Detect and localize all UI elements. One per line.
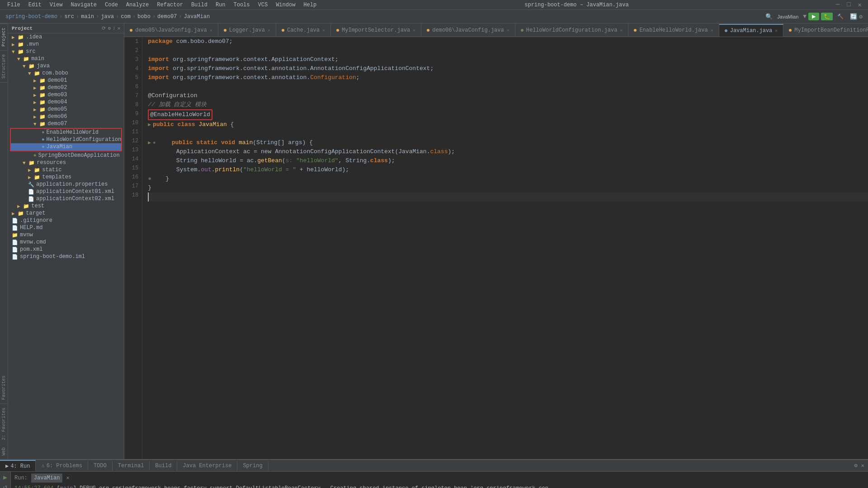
- tree-item-demo05[interactable]: ▶ 📁demo05: [8, 106, 124, 113]
- tree-item-main[interactable]: ▼ 📁main: [8, 55, 124, 62]
- tree-item-gitignore[interactable]: 📄 .gitignore: [8, 217, 124, 224]
- tree-item-demo04[interactable]: ▶ 📁demo04: [8, 99, 124, 106]
- tab-close[interactable]: ✕: [268, 28, 270, 33]
- tree-item-demo07[interactable]: ▼ 📁demo07: [8, 120, 124, 127]
- breadcrumb-com[interactable]: com: [121, 14, 131, 20]
- tree-item-demo03[interactable]: ▶ 📁demo03: [8, 91, 124, 99]
- tree-item-test[interactable]: ▶ 📁test: [8, 202, 124, 210]
- menu-build[interactable]: Build: [188, 1, 211, 9]
- breadcrumb-bobo[interactable]: bobo: [137, 14, 151, 20]
- tree-item-helloworldconfig[interactable]: ● HelloWorldConfiguration: [11, 136, 121, 143]
- tree-item-springbootapp[interactable]: ● SpringBootDemoApplication: [8, 152, 124, 159]
- menu-navigate[interactable]: Navigate: [67, 1, 100, 9]
- tab-close[interactable]: ✕: [620, 28, 623, 33]
- run-tab-name[interactable]: JavaMian: [31, 474, 63, 483]
- maximize-button[interactable]: □: [844, 1, 853, 9]
- settings-button[interactable]: JavaMian: [774, 13, 801, 20]
- btab-problems[interactable]: ⚠ 6: Problems: [36, 460, 88, 471]
- panel-close-icon[interactable]: ✕: [118, 25, 121, 31]
- tab-helloworldconfig[interactable]: HelloWorldConfiguration.java ✕: [515, 24, 629, 37]
- breadcrumb-main[interactable]: main: [81, 14, 94, 20]
- tree-item-src[interactable]: ▼ 📁src: [8, 48, 124, 55]
- sidebar-tab-project[interactable]: Project: [0, 23, 8, 50]
- tab-demo06javaconfig[interactable]: demo06\JavaConfig.java ✕: [421, 24, 515, 37]
- close-button[interactable]: ✕: [855, 1, 864, 9]
- breadcrumb-demo07[interactable]: demo07: [157, 14, 177, 20]
- tab-close[interactable]: ✕: [210, 28, 212, 33]
- menu-code[interactable]: Code: [101, 1, 122, 9]
- code-content[interactable]: package com.bobo.demo07; import org.spri…: [142, 37, 868, 459]
- btab-terminal[interactable]: Terminal: [113, 461, 150, 471]
- tab-logger[interactable]: Logger.java ✕: [218, 24, 276, 37]
- tab-close[interactable]: ✕: [507, 28, 509, 33]
- console-close-icon[interactable]: ✕: [861, 462, 864, 469]
- tree-item-demo02[interactable]: ▶ 📁demo02: [8, 84, 124, 91]
- tab-close[interactable]: ✕: [711, 28, 713, 33]
- menu-window[interactable]: Window: [272, 1, 299, 9]
- tree-item-resources[interactable]: ▼ 📁resources: [8, 159, 124, 166]
- sidebar-tab-favorites[interactable]: Favorites: [0, 82, 8, 404]
- tab-demo05javaconfig[interactable]: demo05\JavaConfig.java ✕: [124, 24, 218, 37]
- tree-item-enablehelloworld[interactable]: ● EnableHelloWorld: [11, 129, 121, 136]
- breadcrumb-src[interactable]: src: [64, 14, 74, 20]
- tab-close[interactable]: ✕: [413, 28, 415, 33]
- tree-item-mvnwcmd[interactable]: 📄 mvnw.cmd: [8, 239, 124, 246]
- run-tab-close[interactable]: ✕: [66, 474, 69, 482]
- menu-run[interactable]: Run: [212, 1, 229, 9]
- console-settings-icon[interactable]: ⚙: [854, 462, 858, 469]
- run-rerun-button[interactable]: ↺: [3, 483, 7, 488]
- tab-close[interactable]: ✕: [322, 28, 325, 33]
- tab-close[interactable]: ✕: [775, 28, 778, 33]
- menu-help[interactable]: Help: [300, 1, 320, 9]
- menu-analyze[interactable]: Analyze: [123, 1, 152, 9]
- menu-edit[interactable]: Edit: [25, 1, 45, 9]
- tree-item-demo06[interactable]: ▶ 📁demo06: [8, 113, 124, 120]
- breadcrumb-java[interactable]: java: [101, 14, 114, 20]
- tree-item-appctx02[interactable]: 📄 applicationContext02.xml: [8, 195, 124, 202]
- menu-vcs[interactable]: VCS: [255, 1, 272, 9]
- tree-item-mvn[interactable]: ▶ 📁.mvn: [8, 41, 124, 48]
- tree-item-idea[interactable]: ▶ 📁.idea: [8, 33, 124, 41]
- btab-run[interactable]: ▶ 4: Run: [0, 460, 36, 471]
- btab-javaenterprise[interactable]: Java Enterprise: [177, 461, 237, 471]
- tree-item-appctx01[interactable]: 📄 applicationContext01.xml: [8, 188, 124, 195]
- tab-myimportselector[interactable]: MyImportSelector.java ✕: [331, 24, 421, 37]
- run-gutter-icon-12[interactable]: ▶: [148, 138, 151, 147]
- tab-myimportbeandefinition[interactable]: MyImportBeanDefinitionRegist... ✕: [783, 24, 868, 37]
- breadcrumb-file[interactable]: JavaMian: [184, 14, 210, 20]
- menu-tools[interactable]: Tools: [230, 1, 254, 9]
- tree-item-target[interactable]: ▶ 📁target: [8, 210, 124, 217]
- btab-todo[interactable]: TODO: [88, 461, 113, 471]
- menu-view[interactable]: View: [46, 1, 66, 9]
- sidebar-tab-structure[interactable]: Structure: [0, 50, 8, 82]
- tree-item-static[interactable]: ▶ 📁static: [8, 166, 124, 174]
- panel-expand-icon[interactable]: ↕: [113, 25, 116, 31]
- sidebar-tab-web[interactable]: Web: [0, 444, 8, 459]
- tab-enablehelloworld[interactable]: EnableHelloWorld.java ✕: [628, 24, 719, 37]
- tree-item-demo01[interactable]: ▶ 📁demo01: [8, 77, 124, 84]
- tree-item-helpmd[interactable]: 📄 HELP.md: [8, 224, 124, 231]
- tab-javamian[interactable]: JavaMian.java ✕: [719, 24, 784, 37]
- menu-file[interactable]: File: [4, 1, 24, 9]
- tree-item-templates[interactable]: ▶ 📁templates: [8, 174, 124, 181]
- run-button[interactable]: ▶: [808, 13, 819, 20]
- sidebar-tab-2favorites[interactable]: 2: Favorites: [0, 404, 8, 444]
- build-button[interactable]: 🔨: [835, 13, 846, 20]
- panel-gear-icon[interactable]: ⚙: [108, 25, 111, 31]
- tree-item-iml[interactable]: 📄 spring-boot-demo.iml: [8, 253, 124, 260]
- run-play-button[interactable]: ▶: [3, 474, 7, 481]
- tree-item-combobo[interactable]: ▼ 📁com.bobo: [8, 70, 124, 77]
- btab-build[interactable]: Build: [150, 461, 177, 471]
- minimize-button[interactable]: ─: [833, 1, 842, 9]
- tab-cache[interactable]: Cache.java ✕: [276, 24, 331, 37]
- btab-spring[interactable]: Spring: [237, 461, 268, 471]
- tree-item-mvnw[interactable]: 📁 mvnw: [8, 231, 124, 239]
- tree-item-appprops[interactable]: 🔧 application.properties: [8, 181, 124, 188]
- tree-item-javamian[interactable]: ● JavaMian: [11, 143, 121, 150]
- panel-sync-icon[interactable]: ⟳: [102, 25, 106, 31]
- debug-button[interactable]: 🐛: [821, 13, 833, 20]
- tree-item-java[interactable]: ▼ 📁java: [8, 62, 124, 70]
- tree-item-pomxml[interactable]: 📄 pom.xml: [8, 246, 124, 253]
- breadcrumb-project[interactable]: spring-boot-demo: [5, 14, 57, 20]
- run-gutter-icon[interactable]: ▶: [148, 120, 151, 129]
